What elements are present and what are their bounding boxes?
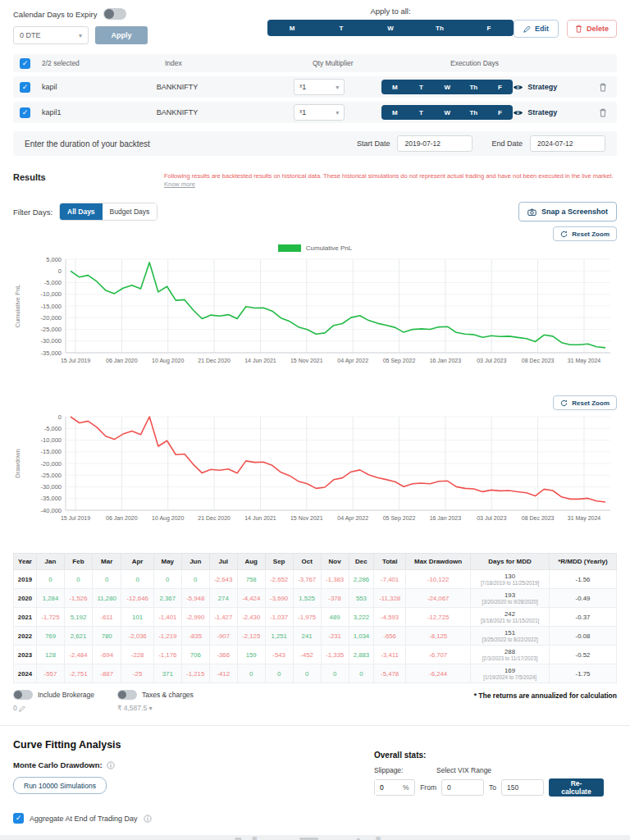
strategy-checkbox[interactable]: ✓ [20,82,30,93]
know-more-link[interactable]: Know more [164,180,195,188]
start-date-input[interactable] [397,135,472,152]
weekday-button-th[interactable]: Th [415,20,464,36]
month-value-cell: -1,526 [64,589,92,608]
total-cell: -5,478 [374,664,406,683]
from-label: From [420,783,436,792]
strategy-link[interactable]: Strategy [513,108,557,116]
svg-text:0: 0 [58,267,62,275]
overall-stats-title: Overall stats: [374,751,604,760]
top-toolbar: Calendar Days to Expiry 0 DTE ▾ Apply Ap… [0,0,630,44]
reset-zoom-label: Reset Zoom [572,231,609,238]
info-icon [107,761,115,769]
weekday-button-t[interactable]: T [317,20,366,36]
month-value-cell: -231 [321,627,349,646]
taxes-charges-toggle[interactable] [117,690,137,700]
cumulative-pnl-svg: Cumulative PnL5,0000-5,000-10,000-15,000… [13,253,617,382]
weekday-button-th[interactable]: Th [460,105,486,120]
qty-multiplier-select[interactable]: ˣ1▾ [294,104,345,121]
weekday-button-t[interactable]: T [408,80,434,94]
weekday-button-m[interactable]: M [381,105,408,120]
days-for-mdd-cell: 242[3/18/2021 to 11/15/2021] [471,608,550,627]
strategy-checkbox[interactable]: ✓ [20,107,30,118]
strategies-table: ✓ 2/2 selected Index Qty Multiplier Exec… [13,54,617,123]
weekday-button-f[interactable]: F [486,80,513,94]
tab-all-days[interactable]: All Days [60,203,103,220]
year-cell: 2021 [14,608,37,627]
brokerage-value[interactable]: 0 [13,704,94,712]
svg-text:05 Sep 2022: 05 Sep 2022 [383,515,416,522]
cumulative-pnl-chart[interactable]: Cumulative PnL5,0000-5,000-10,000-15,000… [13,253,617,384]
svg-text:05 Sep 2022: 05 Sep 2022 [383,358,416,364]
tab-budget-days[interactable]: Budget Days [103,203,158,220]
weekday-button-w[interactable]: W [366,20,415,36]
max-drawdown-cell: -24,067 [405,589,470,608]
taxes-value-dropdown[interactable]: ₹ 4,587.5 ▾ [117,704,194,712]
aggregate-checkbox[interactable]: ✓ [13,813,24,824]
monthly-col-aug: Aug [237,554,265,570]
end-date-label: End Date [491,139,523,148]
days-for-mdd-cell: 151[3/25/2022 to 8/22/2022] [471,627,550,646]
taxes-charges-label: Taxes & charges [142,691,194,699]
end-date-input[interactable] [530,135,605,152]
vix-from-input[interactable] [441,779,484,796]
qty-value: ˣ1 [299,108,306,116]
svg-text:21 Dec 2020: 21 Dec 2020 [198,358,231,363]
drawdown-chart[interactable]: Drawdown0-5,000-10,000-15,000-20,000-25,… [13,410,617,541]
reset-zoom-button-2[interactable]: Reset Zoom [553,395,617,410]
weekday-button-m[interactable]: M [267,20,317,36]
recalculate-button[interactable]: Re-calculate [549,778,604,797]
apply-button[interactable]: Apply [95,26,148,44]
vix-to-input[interactable] [501,779,544,796]
trash-icon[interactable] [599,108,607,117]
qty-multiplier-select[interactable]: ˣ1▾ [294,79,345,95]
month-value-cell: 128 [37,646,65,664]
execution-days-group[interactable]: MTWThF [381,80,513,94]
stats-col-kapil: kapil [349,835,490,840]
snap-screenshot-button[interactable]: Snap a Screenshot [518,202,617,221]
include-brokerage-toggle[interactable] [13,690,33,700]
weekday-button-t[interactable]: T [408,105,434,120]
svg-text:-20,000: -20,000 [41,314,62,322]
weekday-button-w[interactable]: W [434,105,460,120]
rmdd-cell: -1.56 [549,570,616,589]
execution-days-group[interactable]: MTWThF [381,105,513,120]
svg-text:-35,000: -35,000 [41,495,62,503]
delete-strategy-button[interactable] [595,107,610,117]
chevron-down-icon: ▾ [149,705,153,712]
svg-text:-10,000: -10,000 [41,436,62,444]
weekday-button-m[interactable]: M [381,80,408,94]
delete-button[interactable]: Delete [567,20,617,38]
weekday-button-f[interactable]: F [486,105,513,120]
svg-text:-10,000: -10,000 [41,291,62,299]
chart-legend: Cumulative PnL [13,243,617,253]
monthly-col-may: May [153,554,181,570]
apply-to-all-daygroup[interactable]: MTWThF [267,20,514,36]
refresh-icon [560,399,568,407]
rmdd-cell: -1.75 [549,664,616,683]
edit-button[interactable]: Edit [514,20,559,38]
days-for-mdd-cell: 193[3/20/2020 to 9/28/2020] [471,589,550,608]
month-value-cell: 159 [237,646,265,664]
month-value-cell: 11,280 [92,589,121,608]
trash-icon[interactable] [599,83,607,92]
delete-strategy-button[interactable] [595,82,610,92]
month-value-cell: -2,990 [181,608,209,627]
month-value-cell: -4,424 [237,589,265,608]
select-all-checkbox[interactable]: ✓ [20,58,30,69]
reset-zoom-button-1[interactable]: Reset Zoom [553,226,617,241]
run-simulations-button[interactable]: Run 10000 Simulations [13,777,107,794]
dte-select[interactable]: 0 DTE ▾ [13,26,89,44]
strategy-name: kapil1 [42,108,157,116]
svg-text:-30,000: -30,000 [41,483,62,491]
weekday-button-w[interactable]: W [434,80,460,94]
refresh-icon [560,231,568,238]
taxes-value: ₹ 4,587.5 [117,704,147,712]
duration-bar: Enter the duration of your backtest Star… [13,131,617,156]
calendar-days-toggle[interactable] [103,8,126,20]
strategy-link[interactable]: Strategy [513,83,557,91]
slippage-input[interactable] [375,780,403,795]
vix-range-label: Select VIX Range [436,766,491,774]
month-value-cell: 0 [121,570,153,589]
weekday-button-th[interactable]: Th [460,80,486,94]
weekday-button-f[interactable]: F [464,20,514,36]
